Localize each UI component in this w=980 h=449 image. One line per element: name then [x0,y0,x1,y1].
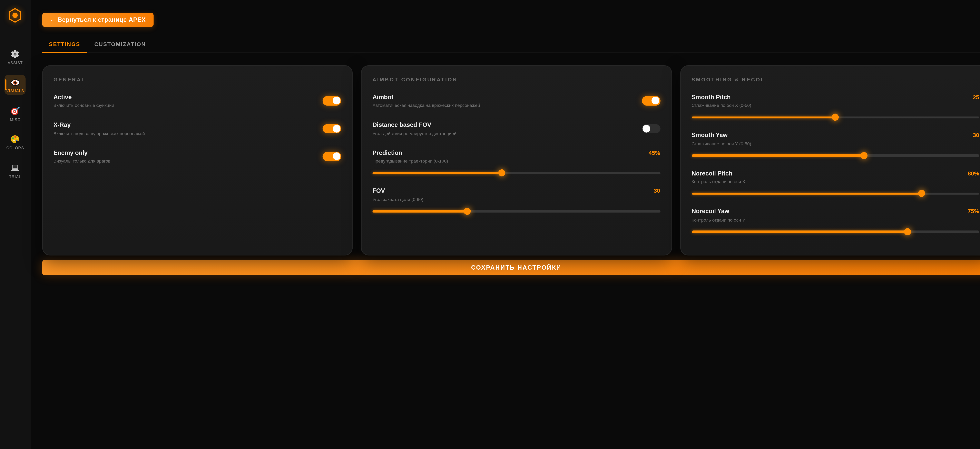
toggle-enemy-only[interactable] [323,152,341,161]
toggle-knob [332,153,340,160]
panel-title: SMOOTHING & RECOIL [692,76,979,82]
toggle-knob [642,125,650,132]
norecoil-yaw-slider[interactable] [692,231,979,233]
slider-value: 75% [968,208,979,215]
tab-customization[interactable]: CUSTOMIZATION [87,37,153,53]
target-dart-icon [10,106,20,116]
smooth-pitch-slider[interactable] [692,116,979,118]
tab-label: SETTINGS [49,41,80,48]
slider-value: 25 [973,94,979,100]
panel-general: GENERAL Active Включить основные функции… [42,65,353,255]
setting-row-xray: X-Ray Включить подсветку вражеских персо… [54,121,341,136]
slider-fill [692,154,864,156]
toggle-xray[interactable] [323,124,341,133]
slider-knob[interactable] [498,169,506,177]
setting-row-distance-fov: Distance based FOV Угол действия регулир… [372,121,660,136]
toggle-knob [332,97,340,105]
sidebar-item-misc[interactable]: MISC [5,103,26,123]
setting-description: Угол захвата цели (0-90) [372,196,660,202]
prediction-slider[interactable] [372,172,660,174]
setting-description: Включить основные функции [54,102,114,108]
sidebar-item-assist[interactable]: ASSIST [5,46,26,66]
toggle-aimbot[interactable] [641,96,660,105]
setting-label: Active [54,93,114,101]
sidebar-item-label: MISC [10,118,21,121]
toggle-knob [332,125,340,132]
palette-icon [10,134,20,144]
slider-fill [692,231,907,233]
slider-row-norecoil-yaw: Norecoil Yaw 75% Контроль отдачи по оси … [692,207,979,233]
setting-description: Контроль отдачи по оси Y [692,217,979,222]
slider-knob[interactable] [832,114,839,121]
norecoil-pitch-slider[interactable] [692,192,979,194]
setting-label: Norecoil Pitch [692,169,732,177]
tab-settings[interactable]: SETTINGS [42,37,88,53]
panel-smoothing-recoil: SMOOTHING & RECOIL Smooth Pitch 25 Сглаж… [680,65,980,255]
setting-description: Сглаживание по оси X (0-50) [692,102,979,108]
slider-value: 80% [968,170,979,177]
laptop-icon [10,162,20,173]
setting-row-active: Active Включить основные функции [54,93,341,108]
setting-description: Угол действия регулируется дистанцией [372,130,457,136]
setting-description: Предугадывание траектории (0-100) [372,158,660,164]
save-settings-button[interactable]: СОХРАНИТЬ НАСТРОЙКИ [42,260,980,275]
slider-value: 45% [649,150,660,156]
setting-label: Smooth Yaw [692,131,727,139]
back-to-apex-button[interactable]: ← Вернуться к странице APEX [42,13,153,27]
app: ASSIST VISUALS [0,0,980,449]
main-content: ← Вернуться к странице APEX SETTINGS CUS… [31,0,980,449]
setting-label: X-Ray [54,121,145,129]
tab-label: CUSTOMIZATION [94,41,146,48]
setting-label: Aimbot [372,93,480,101]
setting-row-aimbot: Aimbot Автоматическая наводка на вражеск… [372,93,660,108]
slider-fill [692,116,835,118]
sidebar-item-label: TRIAL [9,175,21,178]
slider-row-norecoil-pitch: Norecoil Pitch 80% Контроль отдачи по ос… [692,169,979,195]
slider-knob[interactable] [904,228,911,235]
setting-label: Norecoil Yaw [692,207,729,215]
slider-row-smooth-pitch: Smooth Pitch 25 Сглаживание по оси X (0-… [692,93,979,118]
slider-fill [372,172,502,174]
sidebar-item-label: ASSIST [8,61,23,65]
setting-label: Prediction [372,149,402,156]
slider-row-prediction: Prediction 45% Предугадывание траектории… [372,149,660,174]
setting-label: Distance based FOV [372,121,457,129]
panel-aimbot-configuration: AIMBOT CONFIGURATION Aimbot Автоматическ… [361,65,672,255]
slider-fill [372,210,467,212]
setting-description: Включить подсветку вражеских персонажей [54,130,145,136]
setting-label: FOV [372,187,385,194]
setting-label: Smooth Pitch [692,93,731,101]
toggle-active[interactable] [323,96,341,105]
tab-bar: SETTINGS CUSTOMIZATION [42,37,980,53]
panel-title: AIMBOT CONFIGURATION [372,76,660,82]
slider-value: 30 [973,132,979,139]
gear-icon [10,49,20,59]
eye-icon [10,77,20,87]
slider-knob[interactable] [464,208,471,215]
hexagon-logo [8,8,22,25]
setting-label: Enemy only [54,149,111,156]
settings-panels: GENERAL Active Включить основные функции… [42,65,980,245]
setting-row-enemy-only: Enemy only Визуалы только для врагов [54,149,341,164]
toggle-distance-fov[interactable] [641,124,660,133]
sidebar: ASSIST VISUALS [0,0,31,449]
slider-row-smooth-yaw: Smooth Yaw 30 Сглаживание по оси Y (0-50… [692,131,979,156]
sidebar-item-trial[interactable]: TRIAL [5,160,26,180]
sidebar-item-label: COLORS [6,146,24,150]
sidebar-item-label: VISUALS [6,89,24,93]
toggle-knob [652,97,659,105]
fov-slider[interactable] [372,210,660,212]
slider-knob[interactable] [861,152,868,159]
sidebar-nav: ASSIST VISUALS [0,46,30,189]
slider-fill [692,192,921,194]
slider-value: 30 [654,188,660,194]
setting-description: Контроль отдачи по оси X [692,178,979,184]
sidebar-item-colors[interactable]: COLORS [5,132,26,152]
panel-title: GENERAL [54,76,341,82]
smooth-yaw-slider[interactable] [692,154,979,156]
slider-row-fov: FOV 30 Угол захвата цели (0-90) [372,187,660,212]
setting-description: Автоматическая наводка на вражеских перс… [372,102,480,108]
slider-knob[interactable] [918,190,925,197]
setting-description: Визуалы только для врагов [54,158,111,164]
sidebar-item-visuals[interactable]: VISUALS [5,75,26,95]
